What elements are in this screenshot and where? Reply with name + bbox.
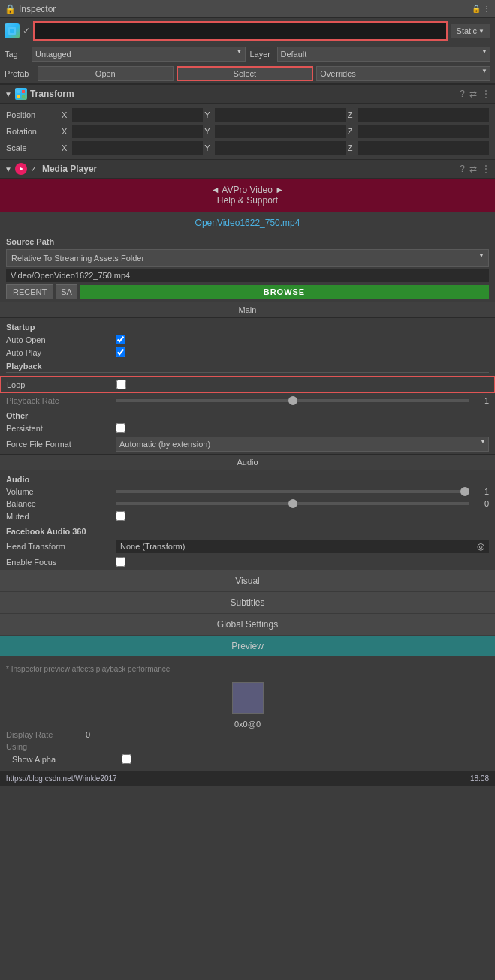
scale-z-input[interactable]: 1 <box>358 141 489 155</box>
enable-focus-checkbox[interactable] <box>116 557 125 567</box>
rot-y-axis: Y <box>204 127 213 136</box>
pos-z-input[interactable]: 0 <box>358 108 489 122</box>
checkbox-icon[interactable]: ✓ <box>23 26 30 36</box>
rot-z-input[interactable]: 0 <box>358 125 489 138</box>
show-alpha-field: Show Alpha <box>6 753 489 765</box>
auto-open-checkbox[interactable] <box>116 335 125 344</box>
media-player-content: ◄ AVPro Video ► Help & Support OpenVideo… <box>0 179 495 771</box>
tag-dropdown-wrapper[interactable]: Untagged <box>32 47 246 62</box>
volume-value: 1 <box>474 487 489 496</box>
transform-help-icon[interactable]: ? <box>460 89 465 99</box>
layer-dropdown[interactable]: Default <box>277 47 491 62</box>
more-icon[interactable]: ⋮ <box>483 5 490 13</box>
media-player-arrow[interactable]: ▼ <box>5 165 12 173</box>
global-settings-button[interactable]: Global Settings <box>0 613 495 635</box>
position-label: Position <box>6 110 59 119</box>
lock-icon[interactable]: 🔒 <box>472 5 481 13</box>
svg-rect-2 <box>17 90 20 93</box>
tag-layer-row: Tag Untagged Layer Default <box>0 44 495 64</box>
audio-section-header: Audio <box>0 454 495 470</box>
overrides-dropdown[interactable]: Overrides <box>316 66 490 81</box>
svg-rect-3 <box>22 95 25 98</box>
source-path-dropdown-wrapper[interactable]: Relative To Streaming Assets Folder <box>6 249 489 267</box>
rot-y-input[interactable]: 0 <box>215 125 346 138</box>
pos-x-axis: X <box>62 110 71 119</box>
loop-label: Loop <box>7 380 112 389</box>
nav-section: Visual Subtitles Global Settings <box>0 570 495 635</box>
overrides-dropdown-wrapper[interactable]: Overrides <box>316 66 490 81</box>
media-player-menu-icon[interactable]: ⋮ <box>481 164 490 174</box>
static-dropdown-arrow: ▼ <box>478 28 484 35</box>
source-path-dropdown[interactable]: Relative To Streaming Assets Folder <box>6 249 489 267</box>
pos-x-input[interactable]: 5.502354 <box>72 108 203 122</box>
avpro-banner[interactable]: ◄ AVPro Video ► Help & Support <box>0 179 495 212</box>
title-bar-label: Inspector <box>19 4 56 14</box>
force-file-format-dropdown-wrapper[interactable]: Automatic (by extension) <box>116 437 489 452</box>
force-file-format-dropdown[interactable]: Automatic (by extension) <box>116 437 489 452</box>
tag-dropdown[interactable]: Untagged <box>32 47 246 62</box>
object-name-field[interactable]: AVPro Media Player <box>33 21 448 41</box>
transform-content: Position X 5.502354 Y 13.89144 Z 0 Rotat… <box>0 104 495 159</box>
pos-y-input[interactable]: 13.89144 <box>215 108 346 122</box>
source-path-label: Source Path <box>0 234 495 248</box>
auto-play-label: Auto Play <box>6 348 111 357</box>
other-label: Other <box>0 407 495 422</box>
scale-z-axis: Z <box>348 143 357 152</box>
browse-button[interactable]: BROWSE <box>80 285 489 299</box>
balance-slider[interactable] <box>116 502 469 505</box>
media-player-checkbox[interactable]: ✓ <box>30 164 37 174</box>
facebook-audio360-label: Facebook Audio 360 <box>0 522 495 537</box>
head-transform-value[interactable]: None (Transform) ◎ <box>116 540 489 553</box>
head-transform-target-icon[interactable]: ◎ <box>477 541 484 552</box>
tag-label: Tag <box>5 50 27 59</box>
select-button[interactable]: Select <box>177 66 314 81</box>
scale-row: Scale X 1 Y 1 Z 1 <box>6 140 489 156</box>
auto-play-checkbox[interactable] <box>116 347 125 357</box>
force-file-format-label: Force File Format <box>6 440 111 449</box>
title-bar: 🔒 Inspector 🔒 ⋮ <box>0 0 495 18</box>
volume-slider[interactable] <box>116 490 469 493</box>
scale-label: Scale <box>6 143 59 152</box>
persistent-field: Persistent <box>0 422 495 434</box>
svg-rect-5 <box>17 95 20 98</box>
preview-resolution: 0x0@0 <box>6 720 489 729</box>
display-rate-label: Display Rate <box>6 730 81 739</box>
scale-y-input[interactable]: 1 <box>215 141 346 155</box>
visual-button[interactable]: Visual <box>0 570 495 591</box>
recent-button[interactable]: RECENT <box>6 284 53 299</box>
show-alpha-checkbox[interactable] <box>122 754 131 764</box>
enable-focus-label: Enable Focus <box>6 558 111 567</box>
subtitles-button[interactable]: Subtitles <box>0 591 495 613</box>
transform-settings-icon[interactable]: ⇄ <box>469 89 477 99</box>
playback-label: Playback <box>6 362 489 373</box>
sa-button[interactable]: SA <box>56 284 77 299</box>
open-button[interactable]: Open <box>38 66 174 81</box>
url-text: https://blog.csdn.net/Wrinkle2017 <box>6 774 117 783</box>
transform-arrow[interactable]: ▼ <box>5 90 12 98</box>
playback-rate-slider[interactable] <box>116 399 469 402</box>
browse-row: RECENT SA BROWSE <box>6 284 489 299</box>
scale-x-input[interactable]: 1 <box>72 141 203 155</box>
display-rate-row: Display Rate 0 <box>6 729 489 741</box>
transform-icon <box>15 88 27 100</box>
pos-y-axis: Y <box>204 110 213 119</box>
scale-xyz: X 1 Y 1 Z 1 <box>62 141 489 155</box>
rot-x-input[interactable]: 0 <box>72 125 203 138</box>
video-filename[interactable]: OpenVideo1622_750.mp4 <box>0 212 495 234</box>
persistent-label: Persistent <box>6 424 111 433</box>
filepath-field[interactable]: Video/OpenVideo1622_750.mp4 <box>6 269 489 282</box>
media-player-settings-icon[interactable]: ⇄ <box>469 164 477 174</box>
muted-checkbox[interactable] <box>116 511 125 521</box>
prefab-label: Prefab <box>5 69 35 78</box>
rot-z-axis: Z <box>348 127 357 136</box>
static-button[interactable]: Static ▼ <box>451 24 490 38</box>
layer-dropdown-wrapper[interactable]: Default <box>277 47 491 62</box>
rotation-row: Rotation X 0 Y 0 Z 0 <box>6 123 489 140</box>
media-player-help-icon[interactable]: ? <box>460 164 465 174</box>
loop-checkbox[interactable] <box>116 380 126 389</box>
avpro-banner-line2: Help & Support <box>6 195 489 206</box>
svg-rect-1 <box>10 29 14 33</box>
persistent-checkbox[interactable] <box>116 423 125 433</box>
transform-menu-icon[interactable]: ⋮ <box>481 89 490 99</box>
startup-label: Startup <box>0 318 495 333</box>
